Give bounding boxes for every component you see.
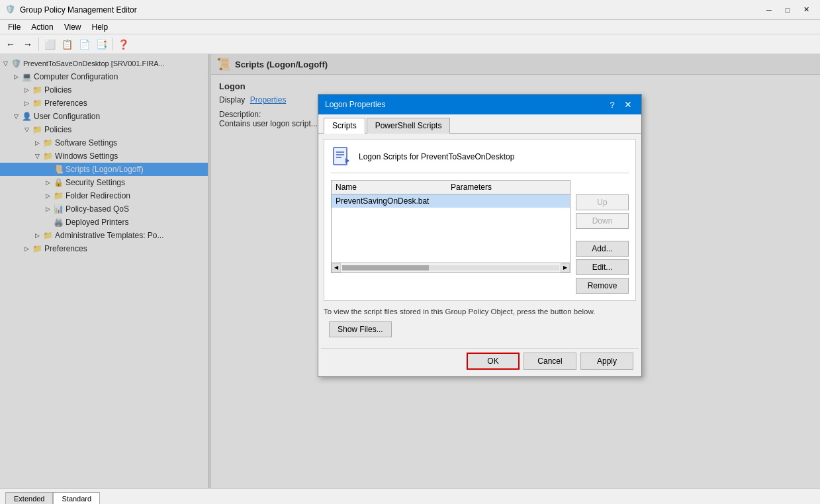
table-header: Name Parameters bbox=[331, 180, 570, 194]
status-bar: Extended Standard bbox=[0, 488, 820, 504]
scrollbar-track bbox=[342, 265, 559, 271]
menu-file[interactable]: File bbox=[3, 21, 26, 33]
table-container: Name Parameters PreventSavingOnDesk.bat … bbox=[331, 180, 570, 294]
dialog-help-button[interactable]: ? bbox=[606, 99, 619, 110]
toolbar-separator-1 bbox=[38, 38, 39, 51]
button-spacer bbox=[576, 231, 629, 238]
col-header-name: Name bbox=[336, 183, 451, 192]
dialog-close-button[interactable]: ✕ bbox=[621, 99, 635, 110]
svg-marker-4 bbox=[345, 158, 349, 163]
main-container: ▽ 🛡️ PreventToSaveOnDesktop [SRV001.FIRA… bbox=[0, 54, 820, 488]
apply-button[interactable]: Apply bbox=[580, 353, 633, 370]
row-params-cell bbox=[451, 196, 566, 206]
menu-help[interactable]: Help bbox=[87, 21, 114, 33]
toolbar-separator-2 bbox=[112, 38, 113, 51]
tab-extended[interactable]: Extended bbox=[5, 492, 53, 504]
menu-bar: File Action View Help bbox=[0, 20, 820, 34]
footer-description: To view the script files stored in this … bbox=[324, 308, 595, 315]
new-tab-button[interactable]: 📄 bbox=[76, 37, 92, 52]
show-files-container: Show Files... bbox=[318, 321, 641, 348]
scrollbar-thumb bbox=[342, 265, 429, 271]
horizontal-scrollbar[interactable]: ◀ ▶ bbox=[332, 262, 570, 273]
app-title: Group Policy Management Editor bbox=[20, 5, 760, 15]
ok-button[interactable]: OK bbox=[467, 353, 520, 370]
dialog-footer-text: To view the script files stored in this … bbox=[318, 301, 641, 321]
script-title-text: Logon Scripts for PreventToSaveOnDesktop bbox=[359, 152, 514, 161]
app-icon: 🛡️ bbox=[5, 5, 16, 15]
menu-action[interactable]: Action bbox=[26, 21, 58, 33]
maximize-button[interactable]: □ bbox=[779, 3, 796, 17]
row-name-cell: PreventSavingOnDesk.bat bbox=[336, 196, 451, 206]
forward-button[interactable]: → bbox=[20, 37, 36, 52]
script-file-icon bbox=[331, 146, 352, 167]
cancel-button[interactable]: Cancel bbox=[524, 353, 576, 370]
down-button[interactable]: Down bbox=[576, 213, 629, 229]
tab-standard[interactable]: Standard bbox=[53, 492, 100, 504]
help-button[interactable]: ❓ bbox=[115, 37, 131, 52]
dialog-controls: ? ✕ bbox=[606, 99, 635, 110]
show-scope-button[interactable]: 📋 bbox=[59, 37, 75, 52]
window-controls: ─ □ ✕ bbox=[760, 3, 815, 17]
scroll-right-arrow[interactable]: ▶ bbox=[561, 263, 570, 273]
dialog-title: Logon Properties bbox=[325, 100, 385, 109]
script-header: Logon Scripts for PreventToSaveOnDesktop bbox=[331, 146, 629, 173]
scroll-left-arrow[interactable]: ◀ bbox=[332, 263, 341, 273]
table-row[interactable]: PreventSavingOnDesk.bat bbox=[332, 194, 570, 208]
add-button[interactable]: Add... bbox=[576, 241, 629, 257]
close-button[interactable]: ✕ bbox=[797, 3, 815, 17]
tab-scripts[interactable]: Scripts bbox=[324, 118, 365, 134]
minimize-button[interactable]: ─ bbox=[760, 3, 778, 17]
dialog-actions: OK Cancel Apply bbox=[321, 348, 639, 376]
details-button[interactable]: 📑 bbox=[93, 37, 109, 52]
dialog-titlebar: Logon Properties ? ✕ bbox=[318, 95, 641, 114]
logon-properties-dialog: Logon Properties ? ✕ Scripts PowerShell … bbox=[318, 94, 642, 377]
col-header-params: Parameters bbox=[451, 183, 566, 192]
dialog-body: Logon Scripts for PreventToSaveOnDesktop… bbox=[324, 139, 636, 301]
table-and-buttons: Name Parameters PreventSavingOnDesk.bat … bbox=[331, 180, 629, 294]
tab-strip: Extended Standard bbox=[5, 489, 100, 504]
svg-rect-0 bbox=[334, 147, 347, 165]
tab-powershell[interactable]: PowerShell Scripts bbox=[367, 118, 451, 134]
edit-button[interactable]: Edit... bbox=[576, 259, 629, 275]
show-hide-button[interactable]: ⬜ bbox=[42, 37, 58, 52]
show-files-button[interactable]: Show Files... bbox=[329, 321, 392, 337]
title-bar: 🛡️ Group Policy Management Editor ─ □ ✕ bbox=[0, 0, 820, 20]
menu-view[interactable]: View bbox=[59, 21, 87, 33]
table-body[interactable]: PreventSavingOnDesk.bat ◀ ▶ bbox=[331, 194, 570, 273]
dialog-tabs: Scripts PowerShell Scripts bbox=[318, 114, 641, 134]
toolbar: ← → ⬜ 📋 📄 📑 ❓ bbox=[0, 34, 820, 54]
remove-button[interactable]: Remove bbox=[576, 278, 629, 294]
back-button[interactable]: ← bbox=[3, 37, 19, 52]
side-buttons: Up Down Add... Edit... Remove bbox=[570, 180, 629, 294]
up-button[interactable]: Up bbox=[576, 194, 629, 210]
